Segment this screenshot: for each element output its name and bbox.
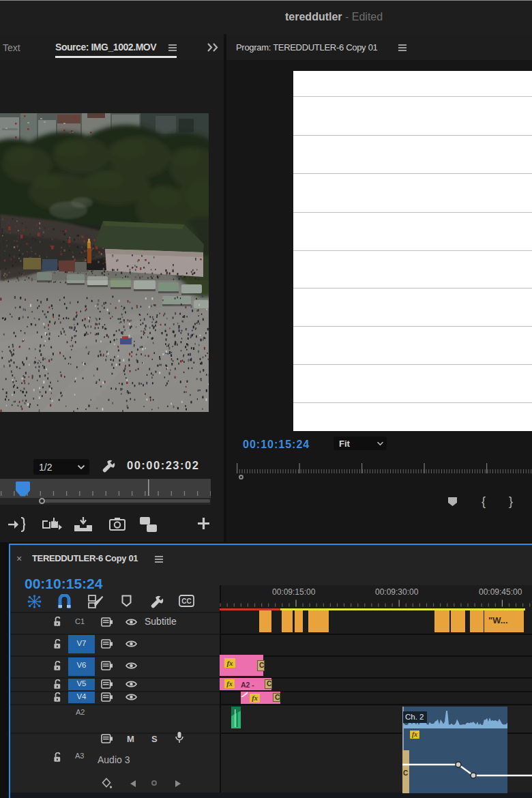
svg-text:fx: fx xyxy=(226,680,233,688)
svg-text:fx: fx xyxy=(412,731,417,738)
svg-text:CC: CC xyxy=(181,597,191,605)
svg-text:fx: fx xyxy=(226,659,233,667)
svg-text:fx: fx xyxy=(252,694,258,702)
